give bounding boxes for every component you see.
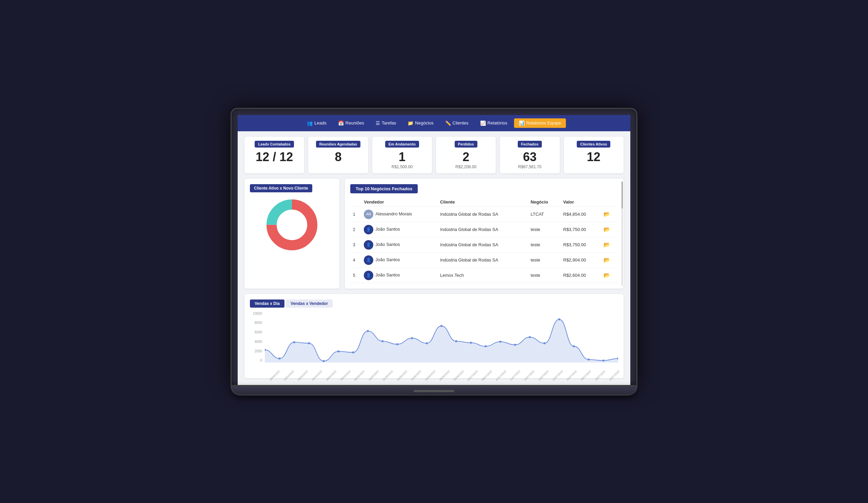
- donut-container: [250, 198, 334, 252]
- col-cliente: Cliente: [437, 197, 528, 207]
- svg-point-10: [367, 330, 369, 332]
- x-axis-label: 12/05/2022: [368, 370, 380, 382]
- x-axis-label: 20/07/2022: [608, 370, 620, 382]
- bottom-chart-section: Vendas x Dia Vendas x Vendedor 10000 800…: [245, 294, 623, 378]
- chart-tabs: Vendas x Dia Vendas x Vendedor: [250, 299, 618, 308]
- x-axis-label: 25/04/2022: [311, 370, 323, 382]
- table-row: 4 👤João Santos Indústria Global de Rodas…: [350, 252, 618, 268]
- open-folder-icon[interactable]: 📂: [603, 227, 610, 232]
- relatorios-icon: 📈: [480, 120, 486, 126]
- scrollbar-thumb[interactable]: [621, 182, 623, 208]
- stat-perdidos: Perdidos 2 R$2,208.00: [436, 137, 496, 173]
- svg-point-9: [352, 351, 354, 353]
- x-axis-label: 29/04/2022: [339, 370, 351, 382]
- x-axis-label: 15/07/2022: [566, 370, 578, 382]
- svg-point-7: [323, 360, 325, 362]
- chart-svg-area: [265, 312, 618, 362]
- x-axis-label: 18/07/2022: [580, 370, 592, 382]
- laptop-wrapper: 👥 Leads 📅 Reuniões ☰ Tarefas 📁 Negócios: [230, 108, 638, 396]
- nav-tarefas[interactable]: ☰ Tarefas: [371, 119, 401, 128]
- x-axis-label: 20/04/2022: [297, 370, 309, 382]
- x-axis-label: 13/07/2022: [538, 370, 550, 382]
- svg-point-11: [381, 340, 383, 342]
- x-axis-label: 31/05/2022: [382, 370, 394, 382]
- x-axis-label: 11/07/2022: [509, 370, 521, 382]
- negocios-icon: 📁: [407, 120, 413, 126]
- open-folder-icon[interactable]: 📂: [603, 273, 610, 278]
- x-axis-label: 09/05/2022: [354, 370, 365, 382]
- x-axis-label: 12/07/2022: [524, 370, 535, 382]
- x-axis-labels: 18/04/202219/04/202220/04/202225/04/2022…: [265, 363, 618, 373]
- nav-negocios[interactable]: 📁 Negócios: [403, 119, 438, 128]
- open-folder-icon[interactable]: 📂: [603, 242, 610, 248]
- y-axis-labels: 10000 8000 6000 4000 2000 0: [250, 312, 264, 362]
- x-axis-label: 01/06/2022: [396, 370, 408, 382]
- tab-vendas-dia[interactable]: Vendas x Dia: [250, 299, 285, 308]
- svg-point-16: [455, 340, 457, 342]
- line-chart-container: 10000 8000 6000 4000 2000 0: [250, 312, 618, 373]
- stat-em-andamento: Em Andamento 1 R$1,500.00: [372, 137, 432, 173]
- x-axis-label: 04/07/2022: [467, 370, 479, 382]
- nav-reunioes[interactable]: 📅 Reuniões: [333, 119, 369, 128]
- table-row: 5 👤João Santos Lemox Tech teste R$2,604.…: [350, 268, 618, 283]
- svg-point-5: [293, 341, 295, 343]
- stat-fechados: Fechados 63 R$67,561.70: [500, 137, 559, 173]
- stats-row: Leads Contatados 12 / 12 Reuniões Agenda…: [238, 131, 630, 179]
- col-vendedor: Vendedor: [361, 197, 437, 207]
- svg-point-4: [278, 358, 280, 360]
- nav-bar: 👥 Leads 📅 Reuniões ☰ Tarefas 📁 Negócios: [238, 115, 630, 131]
- table-row: 3 👤João Santos Indústria Global de Rodas…: [350, 237, 618, 252]
- line-chart-svg: [265, 312, 618, 362]
- svg-point-19: [499, 340, 502, 342]
- donut-chart: [265, 198, 319, 252]
- svg-point-21: [529, 336, 531, 338]
- svg-point-26: [602, 360, 604, 361]
- stat-clientes-ativos: Clientes Ativos 12: [564, 137, 623, 173]
- svg-point-13: [411, 337, 413, 339]
- col-negocio: Negócio: [528, 197, 560, 207]
- nav-relatorios-equipe[interactable]: 📊 Relatórios Equipe: [514, 119, 566, 128]
- app-container: 👥 Leads 📅 Reuniões ☰ Tarefas 📁 Negócios: [238, 115, 630, 385]
- nav-relatorios[interactable]: 📈 Relatórios: [475, 119, 512, 128]
- svg-point-18: [485, 345, 487, 347]
- nav-leads[interactable]: 👥 Leads: [302, 119, 331, 128]
- col-num: [350, 197, 361, 207]
- svg-point-23: [558, 318, 560, 320]
- svg-point-25: [588, 359, 590, 361]
- svg-point-14: [425, 342, 427, 344]
- svg-point-6: [308, 342, 310, 344]
- leads-icon: 👥: [307, 120, 313, 126]
- tab-vendas-vendedor[interactable]: Vendas x Vendedor: [286, 299, 333, 308]
- donut-chart-panel: Cliente Ativo x Novo Cliente: [245, 179, 339, 289]
- x-axis-label: 08/07/2022: [481, 370, 493, 382]
- x-axis-label: 23/06/2022: [424, 370, 436, 382]
- x-axis-label: 14/07/2022: [552, 370, 564, 382]
- table-panel: Top 10 Negócios Fechados Vendedor: [345, 179, 623, 289]
- nav-clientes[interactable]: ✏️ Clientes: [441, 119, 473, 128]
- open-folder-icon[interactable]: 📂: [603, 257, 610, 263]
- x-axis-label: 25/06/2022: [439, 370, 451, 382]
- svg-point-2: [277, 210, 307, 240]
- svg-point-22: [544, 342, 546, 344]
- relatorios-equipe-icon: 📊: [519, 120, 525, 126]
- clientes-icon: ✏️: [445, 120, 451, 126]
- reunioes-icon: 📅: [338, 120, 344, 126]
- table-scrollbar[interactable]: [621, 182, 623, 286]
- svg-point-12: [396, 343, 399, 345]
- laptop-screen: 👥 Leads 📅 Reuniões ☰ Tarefas 📁 Negócios: [238, 115, 630, 385]
- col-action: [601, 197, 618, 207]
- table-row: 2 👤João Santos Indústria Global de Rodas…: [350, 222, 618, 237]
- svg-point-17: [470, 341, 472, 343]
- laptop-bezel: 👥 Leads 📅 Reuniões ☰ Tarefas 📁 Negócios: [230, 108, 638, 386]
- x-axis-label: 28/04/2022: [326, 370, 337, 382]
- open-folder-icon[interactable]: 📂: [603, 211, 610, 217]
- x-axis-label: 07/07/2022: [495, 370, 507, 382]
- table-row: 1 AMAlessandro Morais Indústria Global d…: [350, 207, 618, 222]
- svg-point-15: [441, 325, 443, 327]
- x-axis-label: 10/06/2022: [410, 370, 422, 382]
- top-negocios-table: Vendedor Cliente Negócio Valor 1 AMAless…: [350, 197, 618, 283]
- laptop-base: [230, 386, 638, 396]
- svg-point-20: [514, 343, 516, 346]
- x-axis-label: 30/06/2022: [453, 370, 465, 382]
- middle-section: Cliente Ativo x Novo Cliente: [245, 179, 623, 289]
